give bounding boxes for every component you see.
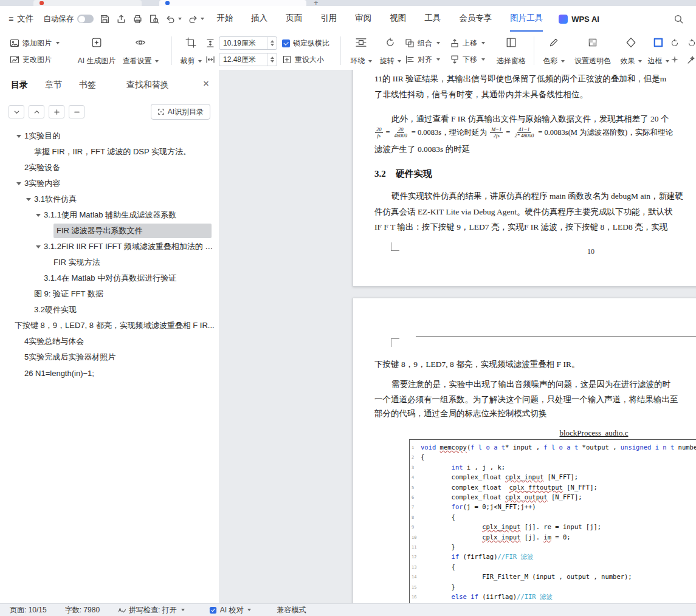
toc-item[interactable]: 3.1.2FIR IIR FFT IFFT 频域滤波重叠相加法的 DS... [0, 239, 219, 255]
chevron-down-icon[interactable] [178, 18, 182, 20]
document-area[interactable]: 11的 IIR 验证结果，其输出信号即使也保留了低频的两个正弦波的叠加和，但是m… [219, 70, 696, 603]
search-button[interactable] [674, 14, 684, 24]
toc-item-label: FIR 滤波器导出系数文件 [53, 224, 212, 238]
print-preview-button[interactable] [149, 14, 159, 24]
expand-all-button[interactable] [49, 105, 64, 118]
collapse-up-button[interactable] [29, 105, 44, 118]
word-count[interactable]: 字数: 7980 [65, 605, 100, 615]
toc-item[interactable]: 3.2硬件实现 [0, 302, 219, 318]
autosave-toggle[interactable] [77, 15, 94, 23]
width-stepper[interactable] [267, 53, 277, 66]
border-icon [653, 37, 664, 48]
toc-item[interactable]: 下按键 8，9，LED7, 8 都亮，实现频域滤波重叠相 F IR... [0, 318, 219, 334]
redo-button[interactable] [188, 14, 204, 24]
change-picture-button[interactable]: 更改图片 [10, 52, 60, 67]
bring-forward-button[interactable]: 上移 [450, 36, 485, 50]
menu-tab-7[interactable]: 工具 [424, 6, 441, 32]
selection-pane-button[interactable]: 选择窗格 [491, 35, 531, 67]
menu-tab-4[interactable]: 引用 [320, 6, 337, 32]
autosave-control[interactable]: 自动保存 [43, 14, 94, 24]
ai-generate-picture-button[interactable]: AI 生成图片 [75, 35, 118, 67]
toc-item[interactable]: FIR 滤波器导出系数文件 [0, 223, 219, 239]
picture-width-input[interactable]: 12.48厘米 [219, 53, 277, 66]
group-icon [405, 38, 415, 48]
expand-caret-icon[interactable] [36, 214, 41, 217]
wrap-text-button[interactable]: 环绕 [346, 35, 376, 67]
ai-recognize-toc-button[interactable]: AI识别目录 [151, 104, 210, 120]
toc-item[interactable]: 3.1软件仿真 [0, 191, 219, 207]
save-button[interactable] [100, 14, 110, 24]
sidebar-tab-bookmarks[interactable]: 书签 [79, 80, 96, 89]
view-settings-button[interactable]: 查看设置 [122, 35, 159, 67]
add-picture-button[interactable]: 添加图片 [10, 36, 60, 50]
effect-button[interactable]: 效果 [616, 35, 646, 67]
expand-caret-icon[interactable] [36, 245, 41, 248]
toc-item[interactable]: 3实验内容 [0, 176, 219, 191]
document-tab-active[interactable] [159, 0, 306, 6]
toc-item[interactable]: 图 9: 验证 FFT 数据 [0, 286, 219, 302]
menu-tab-9[interactable]: 图片工具 [510, 6, 543, 32]
color-button[interactable]: 色彩 [539, 35, 569, 67]
toc-item-label: FIR 实现方法 [53, 255, 103, 270]
toc-item[interactable]: 掌握 FIR，IIR，FFT 滤波的 DSP 实现方法。 [0, 144, 219, 160]
toc-item[interactable]: 3.1.4在 Matlab 中对仿真数据进行验证 [0, 270, 219, 286]
toc-item[interactable]: 4实验总结与体会 [0, 334, 219, 349]
close-sidebar-icon[interactable]: × [203, 78, 209, 89]
align-button[interactable]: 对齐 [405, 52, 440, 67]
sparkle-effect-icon[interactable] [670, 55, 680, 64]
chevron-down-icon[interactable] [201, 18, 204, 20]
menu-tab-5[interactable]: 审阅 [355, 6, 371, 32]
document-tab[interactable] [33, 0, 142, 6]
reset-picture-icon[interactable] [670, 38, 680, 48]
expand-caret-icon[interactable] [16, 135, 21, 138]
crop-button[interactable]: 裁剪 [176, 35, 205, 67]
toc-item[interactable]: FIR 实现方法 [0, 255, 219, 270]
ai-proofread-control[interactable]: AI 校对 [209, 605, 252, 615]
chevron-down-icon [436, 42, 440, 44]
wps-ai-button[interactable]: WPS AI [559, 15, 599, 24]
menu-tab-2[interactable]: 插入 [251, 6, 267, 32]
sidebar-tab-find-replace[interactable]: 查找和替换 [126, 80, 169, 89]
picture-height-input[interactable]: 10.19厘米 [219, 36, 277, 50]
border-button[interactable]: 边框 [644, 35, 672, 67]
toc-item[interactable]: 5实验完成后实验器材照片 [0, 349, 219, 365]
document-page-10[interactable]: 11的 IIR 验证结果，其输出信号即使也保留了低频的两个正弦波的叠加和，但是m… [353, 70, 696, 287]
group-button[interactable]: 组合 [405, 36, 440, 50]
sidebar-tab-chapters[interactable]: 章节 [45, 80, 62, 89]
send-backward-button[interactable]: 下移 [450, 52, 485, 67]
menu-tab-8[interactable]: 会员专享 [459, 6, 492, 32]
expand-caret-icon[interactable] [26, 198, 31, 201]
rotate-button[interactable]: 旋转 [376, 35, 405, 67]
sidebar-tab-toc[interactable]: 目录 [11, 80, 28, 89]
toc-item-label: 图 9: 验证 FFT 数据 [34, 287, 106, 301]
collapse-all-button[interactable] [69, 105, 84, 118]
chevron-down-icon [638, 60, 642, 63]
expand-caret-icon[interactable] [16, 182, 21, 185]
file-menu-button[interactable]: ≡ 文件 [9, 13, 33, 24]
menu-tab-1[interactable]: 开始 [216, 6, 233, 32]
spin-down-icon[interactable] [270, 60, 274, 64]
expand-down-button[interactable] [9, 105, 24, 118]
magic-wand-icon[interactable] [687, 55, 696, 64]
page-indicator[interactable]: 页面: 10/15 [10, 605, 47, 615]
reset-size-button[interactable]: 重设大小 [282, 52, 329, 67]
toc-item[interactable]: 3.1.1使用 Matlab 辅助生成滤波器系数 [0, 207, 219, 223]
set-transparent-button[interactable]: 设置透明色 [570, 35, 615, 67]
refresh-picture-icon[interactable] [687, 38, 696, 48]
checkbox-checked-icon[interactable] [282, 39, 290, 47]
height-stepper[interactable] [267, 37, 277, 49]
document-page-11[interactable]: 下按键 8，9，LED7, 8 都亮，实现频域滤波重叠相 F IR。 需要注意的… [353, 298, 696, 603]
menu-tab-6[interactable]: 视图 [390, 6, 406, 32]
lock-aspect-checkbox[interactable]: 锁定纵横比 [282, 36, 329, 50]
toc-item[interactable]: 2实验设备 [0, 160, 219, 176]
print-button[interactable] [133, 14, 143, 24]
spin-up-icon[interactable] [270, 55, 274, 59]
export-button[interactable] [116, 14, 126, 24]
spell-check-control[interactable]: 拼写检查: 打开 [118, 605, 185, 615]
toc-item[interactable]: 1实验目的 [0, 128, 219, 144]
spin-down-icon[interactable] [270, 44, 274, 48]
menu-tab-3[interactable]: 页面 [286, 6, 302, 32]
undo-button[interactable] [165, 14, 182, 24]
toc-item[interactable]: 26 N1=length(in)−1; [0, 365, 219, 381]
spin-up-icon[interactable] [270, 38, 274, 43]
